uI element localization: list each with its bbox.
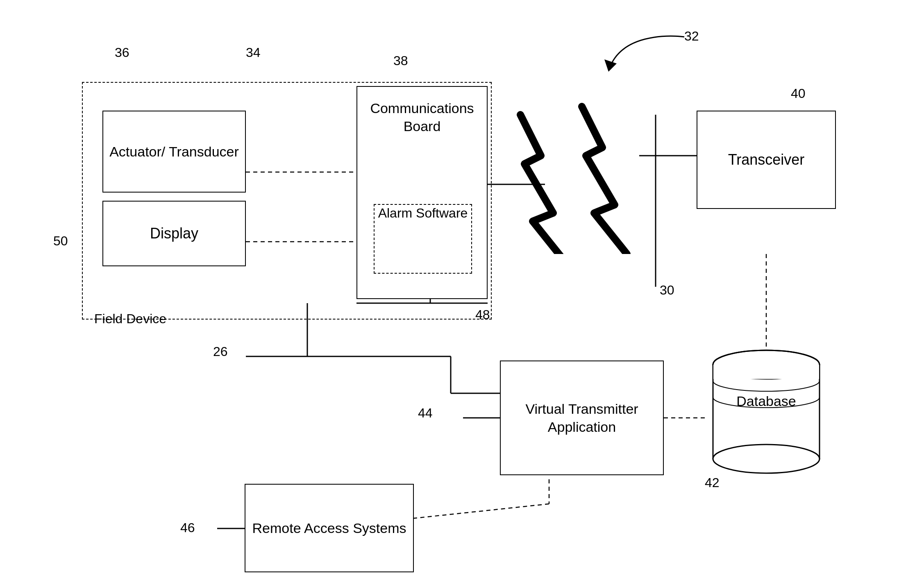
svg-rect-22 <box>713 365 819 379</box>
diagram: Actuator/ Transducer Display Communicati… <box>0 0 924 585</box>
svg-point-21 <box>713 444 820 473</box>
wireless-signal <box>488 82 701 254</box>
communications-board-box: Communications Board Alarm Software <box>356 86 488 299</box>
alarm-software-box: Alarm Software <box>374 204 472 274</box>
transceiver-box: Transceiver <box>697 111 836 209</box>
ref-42: 42 <box>705 475 720 490</box>
database-container: Database <box>705 340 828 479</box>
ref-46: 46 <box>180 520 195 535</box>
actuator-transducer-box: Actuator/ Transducer <box>102 111 246 193</box>
ref-26: 26 <box>213 344 228 359</box>
svg-marker-23 <box>604 59 617 72</box>
ref-44: 44 <box>418 406 433 421</box>
ref32-arrow <box>586 25 701 98</box>
field-device-label: Field Device <box>94 311 166 327</box>
database-shape <box>705 340 828 479</box>
ref-38: 38 <box>393 53 408 68</box>
display-box: Display <box>102 201 246 266</box>
remote-access-box: Remote Access Systems <box>245 484 414 572</box>
ref-34: 34 <box>246 45 261 60</box>
ref-36: 36 <box>115 45 129 60</box>
ref-50: 50 <box>53 234 68 249</box>
ref-48: 48 <box>475 307 490 322</box>
ref-32: 32 <box>684 29 699 44</box>
ref-30: 30 <box>660 283 674 298</box>
virtual-transmitter-box: Virtual Transmitter Application <box>500 361 664 475</box>
ref-40: 40 <box>791 86 806 101</box>
